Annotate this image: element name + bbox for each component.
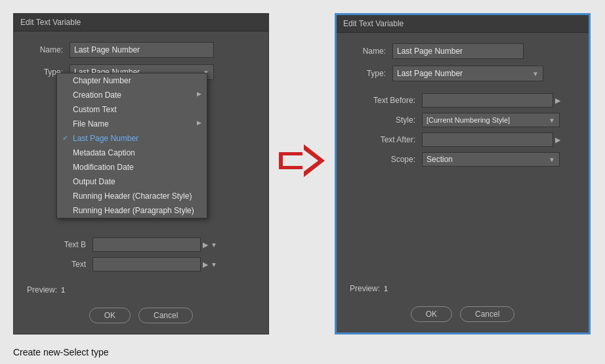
right-text-after-arrow[interactable]: ▶ [555,136,560,144]
text-after-dropdown[interactable]: ▼ [211,261,217,268]
right-name-label: Name: [350,47,386,56]
text-before-dropdown[interactable]: ▼ [211,241,217,249]
dropdown-item-metadata[interactable]: Metadata Caption [57,146,207,160]
right-type-label: Type: [350,69,386,78]
right-text-before-row: Text Before: ▶ [350,93,575,108]
left-cancel-button[interactable]: Cancel [138,308,193,323]
right-scope-label: Scope: [350,155,415,164]
right-scope-arrow: ▼ [549,156,555,163]
right-style-select[interactable]: [Current Numbering Style] ▼ [422,113,560,127]
text-after-input[interactable] [93,257,201,272]
text-before-input[interactable] [93,237,201,252]
right-text-after-row: Text After: ▶ [350,132,575,147]
dropdown-item-chapter[interactable]: Chapter Number [57,73,207,88]
forward-arrow-icon [279,144,325,177]
name-input[interactable] [70,42,214,58]
left-preview-label: Preview: [27,285,57,294]
dropdown-item-creation[interactable]: Creation Date [57,88,207,102]
dropdown-item-lastpage[interactable]: Last Page Number [57,131,207,146]
left-dialog-title: Edit Text Variable [14,14,268,31]
right-scope-select[interactable]: Section ▼ [422,152,560,167]
right-text-before-label: Text Before: [350,96,415,105]
right-text-before-input[interactable] [422,93,553,108]
right-name-row: Name: [350,43,575,59]
right-text-after-label: Text After: [350,135,415,144]
right-preview-value: 1 [384,285,388,293]
dropdown-item-filename[interactable]: File Name [57,117,207,131]
right-preview-label: Preview: [350,284,380,293]
right-style-arrow: ▼ [549,117,555,124]
name-row: Name: [27,42,255,58]
left-dialog-buttons: OK Cancel [14,308,268,323]
right-style-row: Style: [Current Numbering Style] ▼ [350,113,575,127]
dropdown-item-custom[interactable]: Custom Text [57,102,207,117]
dropdown-item-running-para[interactable]: Running Header (Paragraph Style) [57,203,207,218]
right-ok-button[interactable]: OK [411,306,452,322]
name-label: Name: [27,45,63,54]
right-name-input[interactable] [392,43,524,59]
right-scope-row: Scope: Section ▼ [350,152,575,167]
right-dialog-buttons: OK Cancel [337,306,589,322]
text-after-row: Text ▶ ▼ [27,257,255,272]
right-style-label: Style: [350,115,415,125]
type-dropdown-menu: Chapter Number Creation Date Custom Text… [56,73,207,218]
right-text-before-arrow[interactable]: ▶ [555,96,560,105]
text-after-arrow[interactable]: ▶ [203,260,208,269]
text-before-arrow[interactable]: ▶ [203,241,208,249]
right-dialog-title: Edit Text Variable [337,15,589,33]
dropdown-item-running-char[interactable]: Running Header (Character Style) [57,189,207,203]
left-dialog: Edit Text Variable Name: Type: Last Page… [13,13,269,334]
left-ok-button[interactable]: OK [89,308,131,323]
text-before-row: Text B ▶ ▼ [27,237,255,252]
text-after-label: Text [27,260,86,269]
right-type-select[interactable]: Last Page Number ▼ [392,66,543,81]
right-dialog: Edit Text Variable Name: Type: Last Page… [335,13,591,334]
text-before-label: Text B [27,240,86,249]
left-preview-row: Preview: 1 [27,285,65,294]
dropdown-item-output[interactable]: Output Date [57,174,207,189]
dropdown-item-modification[interactable]: Modification Date [57,160,207,174]
right-type-select-arrow: ▼ [532,70,539,77]
right-text-after-input[interactable] [422,132,553,147]
bottom-label: Create new-Select type [0,340,605,364]
right-cancel-button[interactable]: Cancel [460,306,514,322]
right-type-row: Type: Last Page Number ▼ [350,66,575,81]
left-preview-value: 1 [61,286,65,294]
right-preview-row: Preview: 1 [350,284,388,293]
arrow-container [269,144,335,177]
